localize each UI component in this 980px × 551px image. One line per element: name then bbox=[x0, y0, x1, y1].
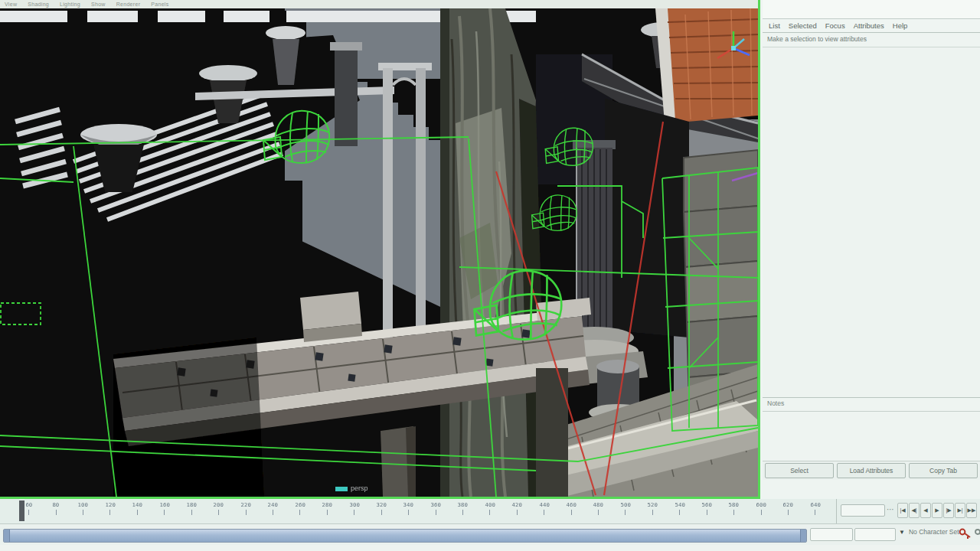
timeline-tick: 260 bbox=[286, 501, 313, 515]
timeline-tick: 240 bbox=[260, 501, 286, 515]
tick-label: 340 bbox=[403, 501, 413, 507]
step-forward-one-frame-button[interactable]: |▶ bbox=[943, 503, 954, 518]
tick-mark bbox=[436, 510, 436, 515]
play-forwards-button[interactable]: ▶ bbox=[932, 503, 942, 518]
viewport-menu-lighting[interactable]: Lighting bbox=[60, 2, 80, 7]
timeline-tick: 220 bbox=[232, 501, 259, 515]
timeline-menu-dots[interactable]: ⋯ bbox=[887, 505, 894, 514]
tick-label: 440 bbox=[539, 501, 549, 507]
go-to-playback-start-button[interactable]: |◀ bbox=[897, 503, 908, 518]
tick-label: 260 bbox=[295, 501, 305, 507]
timeline-tick: 140 bbox=[124, 501, 151, 515]
tick-mark bbox=[544, 510, 544, 515]
tick-mark bbox=[462, 510, 463, 515]
tick-mark bbox=[273, 510, 273, 515]
timeline-tick: 180 bbox=[178, 501, 205, 515]
step-back-one-frame-button[interactable]: ◀| bbox=[909, 503, 920, 518]
tick-label: 600 bbox=[756, 501, 766, 507]
ae-menu-help[interactable]: Help bbox=[893, 21, 908, 30]
viewport-menu-panels[interactable]: Panels bbox=[151, 2, 168, 7]
timeline-tick: 100 bbox=[70, 501, 96, 515]
viewport-menu-shading[interactable]: Shading bbox=[28, 2, 49, 7]
attribute-editor-menubar: ListSelectedFocusAttributesHelp bbox=[763, 19, 980, 33]
3d-viewport[interactable]: ViewShadingLightingShowRendererPanels bbox=[0, 0, 760, 499]
viewport-menu-renderer[interactable]: Renderer bbox=[116, 2, 141, 7]
current-time-field[interactable] bbox=[841, 504, 885, 517]
tick-mark bbox=[625, 510, 626, 515]
camera-name-label: persp bbox=[351, 484, 368, 492]
panel-top-strip bbox=[763, 0, 980, 19]
ae-menu-selected[interactable]: Selected bbox=[789, 21, 817, 30]
attribute-editor-buttons: Select Load Attributes Copy Tab bbox=[763, 461, 980, 480]
key-icon[interactable] bbox=[974, 527, 980, 540]
tick-label: 540 bbox=[675, 501, 684, 507]
timeline-tick: 620 bbox=[775, 501, 802, 515]
timeline-tick: 420 bbox=[504, 501, 531, 515]
tick-label: 180 bbox=[187, 501, 197, 507]
tick-label: 320 bbox=[377, 501, 387, 507]
auto-keyframe-icon[interactable] bbox=[959, 527, 972, 540]
time-slider[interactable]: 6080100120140160180200220240260280300320… bbox=[0, 499, 837, 523]
notes-section-label[interactable]: Notes bbox=[763, 397, 980, 412]
playback-end-field[interactable] bbox=[854, 528, 896, 541]
timeline-tick: 320 bbox=[368, 501, 394, 515]
tick-label: 100 bbox=[78, 501, 88, 507]
timeline-tick: 600 bbox=[747, 501, 774, 515]
character-set-label: No Character Set bbox=[909, 528, 959, 536]
timeline-tick: 300 bbox=[341, 501, 368, 515]
tick-mark bbox=[707, 510, 707, 515]
tick-mark bbox=[83, 510, 83, 515]
timeline-tick: 120 bbox=[96, 501, 123, 515]
attribute-editor-panel: ListSelectedFocusAttributesHelp Make a s… bbox=[763, 0, 980, 499]
tick-label: 60 bbox=[25, 501, 32, 507]
timeline-tick: 440 bbox=[531, 501, 557, 515]
viewport-menubar: ViewShadingLightingShowRendererPanels bbox=[0, 0, 758, 8]
timeline-tick: 520 bbox=[639, 501, 666, 515]
range-start-handle[interactable] bbox=[4, 530, 10, 542]
tick-mark bbox=[408, 510, 409, 515]
viewport-menu-show[interactable]: Show bbox=[91, 2, 106, 7]
tick-label: 160 bbox=[159, 501, 169, 507]
tick-mark bbox=[679, 510, 680, 515]
keyframe-icons bbox=[959, 527, 980, 540]
ae-menu-focus[interactable]: Focus bbox=[825, 21, 845, 30]
next-frame-button[interactable]: ▶▶ bbox=[966, 503, 977, 518]
tick-label: 620 bbox=[783, 501, 793, 507]
character-set-menu[interactable]: ▼ No Character Set bbox=[899, 528, 959, 536]
timeline-tick: 660 bbox=[829, 501, 837, 515]
ae-menu-list[interactable]: List bbox=[769, 21, 780, 30]
range-slider[interactable] bbox=[3, 529, 807, 543]
notes-text-area[interactable] bbox=[763, 412, 980, 461]
tick-mark bbox=[571, 510, 572, 515]
tick-label: 560 bbox=[702, 501, 712, 507]
timeline-tick: 580 bbox=[720, 501, 747, 515]
playback-start-field[interactable] bbox=[810, 528, 853, 541]
viewport-menu-view[interactable]: View bbox=[5, 2, 17, 7]
tick-mark bbox=[815, 510, 815, 515]
range-end-handle[interactable] bbox=[800, 530, 806, 542]
tick-mark bbox=[137, 510, 138, 515]
tick-mark bbox=[109, 510, 110, 515]
load-attributes-button[interactable]: Load Attributes bbox=[837, 463, 906, 478]
tick-mark bbox=[381, 510, 382, 515]
tick-mark bbox=[299, 510, 300, 515]
timeline-tick: 500 bbox=[612, 501, 639, 515]
tick-mark bbox=[489, 510, 490, 515]
tick-mark bbox=[56, 510, 57, 515]
play-backwards-button[interactable]: ◀ bbox=[920, 503, 931, 518]
timeline-tick: 380 bbox=[449, 501, 476, 515]
current-time-indicator[interactable] bbox=[19, 500, 24, 521]
tick-mark bbox=[761, 510, 762, 515]
timeline-tick: 560 bbox=[694, 501, 720, 515]
ae-menu-attributes[interactable]: Attributes bbox=[854, 21, 884, 30]
selection-mark bbox=[335, 487, 348, 491]
timeline-row: 6080100120140160180200220240260280300320… bbox=[0, 499, 980, 524]
timeline-tick: 340 bbox=[395, 501, 422, 515]
select-button[interactable]: Select bbox=[765, 463, 834, 478]
copy-tab-button[interactable]: Copy Tab bbox=[909, 463, 978, 478]
timeline-tick: 80 bbox=[42, 501, 69, 515]
go-to-playback-end-button[interactable]: ▶| bbox=[955, 503, 965, 518]
tick-label: 640 bbox=[810, 501, 820, 507]
timeline-tick: 540 bbox=[666, 501, 693, 515]
tick-mark bbox=[164, 510, 165, 515]
